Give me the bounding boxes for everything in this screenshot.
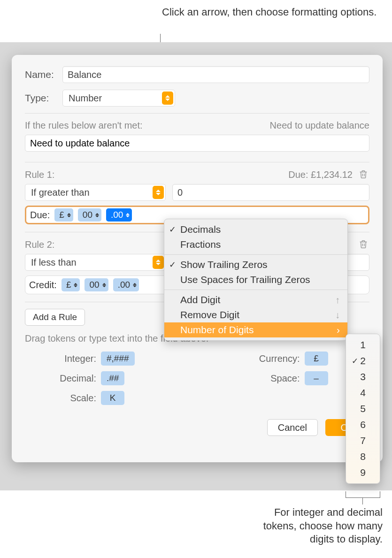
palette-token-currency[interactable]: £ bbox=[305, 352, 328, 366]
divider bbox=[25, 113, 369, 114]
callout-bracket bbox=[346, 491, 380, 498]
digit-item-6[interactable]: 6 bbox=[346, 417, 380, 433]
cancel-button[interactable]: Cancel bbox=[267, 419, 318, 436]
rule-title: Rule 2: bbox=[25, 239, 54, 250]
rule1-value-input[interactable] bbox=[172, 184, 369, 201]
menu-item-trailing-zeros[interactable]: Show Trailing Zeros bbox=[164, 257, 347, 272]
digit-item-9[interactable]: 9 bbox=[346, 465, 380, 481]
callout-top: Click an arrow, then choose formatting o… bbox=[162, 6, 377, 19]
palette-label: Space: bbox=[247, 373, 300, 384]
chevron-right-icon: › bbox=[337, 324, 340, 336]
name-label: Name: bbox=[25, 69, 62, 80]
menu-item-fractions[interactable]: Fractions bbox=[164, 237, 347, 252]
name-input[interactable] bbox=[62, 66, 369, 83]
trash-icon[interactable] bbox=[358, 239, 369, 250]
chevron-updown-icon bbox=[102, 283, 106, 287]
format-options-menu: Decimals Fractions Show Trailing Zeros U… bbox=[164, 219, 348, 341]
palette-token-decimal[interactable]: .## bbox=[101, 371, 124, 385]
type-select[interactable]: Number bbox=[62, 90, 175, 107]
menu-item-number-of-digits[interactable]: Number of Digits› bbox=[164, 322, 347, 337]
palette-token-integer[interactable]: #,### bbox=[101, 352, 135, 366]
palette-token-space[interactable]: – bbox=[305, 371, 328, 385]
rule1-condition-select[interactable]: If greater than bbox=[25, 184, 166, 201]
callout-bracket-stem bbox=[362, 498, 363, 504]
chevron-updown-icon bbox=[67, 213, 71, 217]
chevron-updown-icon bbox=[153, 256, 164, 269]
chevron-updown-icon bbox=[126, 213, 130, 217]
digit-item-3[interactable]: 3 bbox=[346, 369, 380, 385]
digit-item-5[interactable]: 5 bbox=[346, 401, 380, 417]
menu-separator bbox=[164, 254, 347, 255]
menu-separator bbox=[164, 290, 347, 290]
token-palette: Integer: #,### Decimal: .## Scale: K Cur… bbox=[25, 352, 369, 405]
rule2-condition-value: If less than bbox=[31, 257, 77, 268]
divider bbox=[25, 162, 369, 162]
menu-item-remove-digit[interactable]: Remove Digit↓ bbox=[164, 307, 347, 322]
digit-item-8[interactable]: 8 bbox=[346, 449, 380, 465]
rule2-condition-select[interactable]: If less than bbox=[25, 254, 166, 271]
trash-icon[interactable] bbox=[358, 169, 369, 180]
menu-item-add-digit[interactable]: Add Digit↑ bbox=[164, 292, 347, 307]
token-decimal[interactable]: .00 bbox=[113, 278, 139, 291]
palette-label: Integer: bbox=[50, 353, 96, 364]
token-integer[interactable]: 00 bbox=[85, 278, 108, 291]
rule-preview: Due: £1,234.12 bbox=[288, 169, 353, 180]
digit-item-1[interactable]: 1 bbox=[346, 337, 380, 353]
palette-token-scale[interactable]: K bbox=[101, 391, 124, 405]
menu-item-spaces-trailing[interactable]: Use Spaces for Trailing Zeros bbox=[164, 272, 347, 287]
ifnot-label: If the rules below aren't met: bbox=[25, 120, 143, 131]
chevron-updown-icon bbox=[153, 186, 164, 199]
palette-label: Decimal: bbox=[50, 373, 96, 384]
token-integer[interactable]: 00 bbox=[78, 208, 101, 222]
arrow-down-icon: ↓ bbox=[335, 310, 340, 321]
chevron-updown-icon bbox=[74, 283, 77, 287]
rule-block-1: Rule 1: Due: £1,234.12 If greater than D… bbox=[25, 169, 369, 224]
digit-item-2[interactable]: 2 bbox=[346, 353, 380, 369]
token-decimal[interactable]: .00 bbox=[106, 208, 132, 222]
rule1-condition-value: If greater than bbox=[31, 187, 90, 198]
rule1-strip-label: Due: bbox=[30, 210, 50, 221]
callout-bottom: For integer and decimal tokens, choose h… bbox=[251, 506, 383, 546]
type-select-value: Number bbox=[69, 93, 102, 104]
chevron-updown-icon bbox=[133, 283, 137, 287]
type-label: Type: bbox=[25, 92, 62, 104]
token-currency[interactable]: £ bbox=[61, 278, 80, 291]
digit-item-7[interactable]: 7 bbox=[346, 433, 380, 449]
menu-item-decimals[interactable]: Decimals bbox=[164, 222, 347, 237]
ifnot-input[interactable] bbox=[25, 135, 369, 152]
token-currency[interactable]: £ bbox=[54, 208, 73, 222]
arrow-up-icon: ↑ bbox=[335, 295, 340, 306]
digits-submenu: 1 2 3 4 5 6 7 8 9 bbox=[346, 334, 380, 484]
rule-title: Rule 1: bbox=[25, 169, 54, 180]
chevron-updown-icon bbox=[162, 92, 173, 105]
digit-item-4[interactable]: 4 bbox=[346, 385, 380, 401]
chevron-updown-icon bbox=[95, 213, 99, 217]
ifnot-preview: Need to update balance bbox=[270, 120, 369, 131]
palette-label: Currency: bbox=[247, 353, 300, 364]
add-rule-button[interactable]: Add a Rule bbox=[25, 309, 85, 326]
rule2-strip-label: Credit: bbox=[29, 280, 57, 290]
palette-label: Scale: bbox=[50, 393, 96, 404]
